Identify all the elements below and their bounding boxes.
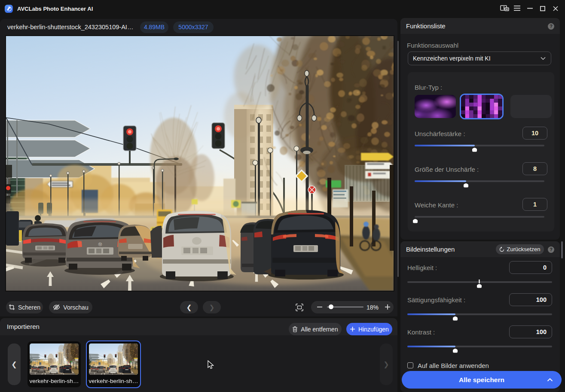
svg-text:Ⓜ: Ⓜ xyxy=(98,242,102,246)
